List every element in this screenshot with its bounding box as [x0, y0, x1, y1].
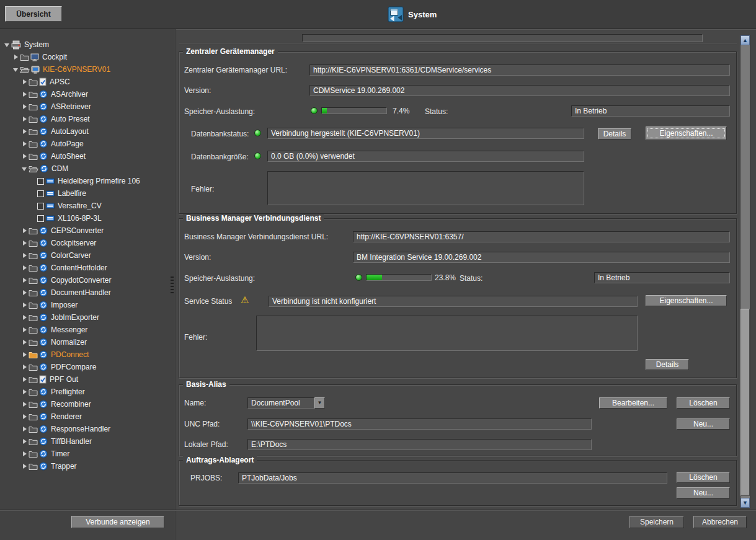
tree-item-xl106-8p-3l[interactable]: XL106-8P-3L [0, 212, 175, 224]
tree-expand-arrow-icon[interactable] [21, 128, 29, 135]
tree-expand-arrow-icon[interactable] [12, 53, 20, 61]
tree-item-normalizer[interactable]: Normalizer [0, 336, 175, 348]
scrollbar-thumb[interactable] [740, 309, 750, 496]
scroll-up-button[interactable]: ▲ [740, 35, 750, 45]
cdm-db-status-field[interactable]: Verbindung hergestellt (KIE-C6VPNSERV01) [267, 128, 584, 139]
device-checkbox[interactable] [37, 215, 44, 222]
tree-expand-arrow-icon[interactable] [21, 252, 29, 259]
tree-item-labelfire[interactable]: Labelfire [0, 187, 175, 200]
cdm-details-button[interactable]: Details [598, 128, 631, 139]
tree-expand-arrow-icon[interactable] [21, 376, 29, 383]
cdm-version-field[interactable]: CDMService 19.00.269.002 [309, 85, 730, 96]
tree-item-cockpitserver[interactable]: Cockpitserver [0, 237, 175, 249]
alias-unc-field[interactable]: \\KIE-C6VPNSERV01\PTDocs [247, 418, 592, 430]
alias-local-field[interactable]: E:\PTDocs [247, 439, 592, 450]
tree-expand-arrow-icon[interactable] [21, 153, 29, 160]
tree-item-asarchiver[interactable]: ASArchiver [0, 88, 175, 100]
tree-item-trapper[interactable]: Trapper [0, 460, 175, 472]
tree-item-copydotconverter[interactable]: CopydotConverter [0, 274, 175, 286]
jobs-delete-button[interactable]: Löschen [677, 472, 730, 483]
tree-item-pdconnect[interactable]: PDConnect [0, 348, 175, 361]
tree-expand-arrow-icon[interactable] [21, 339, 29, 346]
tree-expand-arrow-icon[interactable] [21, 450, 29, 458]
cancel-button[interactable]: Abbrechen [693, 516, 747, 528]
alias-delete-button[interactable]: Löschen [677, 397, 730, 409]
clipped-top-field[interactable] [302, 34, 703, 42]
cdm-url-field[interactable]: http://KIE-C6VPNSERV01:6361/CDMService/s… [309, 64, 730, 76]
cdm-properties-button[interactable]: Eigenschaften... [646, 126, 727, 140]
tree-expand-arrow-icon[interactable] [21, 425, 29, 433]
bm-version-field[interactable]: BM Integration Service 19.00.269.002 [353, 252, 730, 263]
tree-item-auto-preset[interactable]: Auto Preset [0, 113, 175, 125]
tree-item-kie-c6vpnserv01[interactable]: KIE-C6VPNSERV01 [0, 63, 175, 76]
tree-expand-arrow-icon[interactable] [21, 463, 29, 470]
cdm-error-field[interactable] [267, 171, 584, 205]
tree-item-asretriever[interactable]: ASRetriever [0, 100, 175, 113]
vertical-scrollbar[interactable]: ▲ ▼ [740, 35, 750, 508]
prjobs-field[interactable]: PTJobData/Jobs [238, 472, 667, 484]
tree-expand-arrow-icon[interactable] [21, 413, 29, 420]
tree-item-cdm[interactable]: CDM [0, 162, 175, 175]
tree-expand-arrow-icon[interactable] [21, 140, 29, 148]
tree-expand-arrow-icon[interactable] [21, 401, 29, 408]
tree-expand-arrow-icon[interactable] [21, 78, 29, 86]
show-connections-button[interactable]: Verbunde anzeigen [71, 516, 164, 528]
tree-collapse-arrow-icon[interactable] [21, 165, 29, 172]
tree-expand-arrow-icon[interactable] [21, 351, 29, 358]
alias-name-select[interactable]: DocumentPool ▼ [247, 397, 325, 409]
tree-expand-arrow-icon[interactable] [21, 115, 29, 123]
tree-item-heidelberg-primefire-106[interactable]: Heidelberg Primefire 106 [0, 175, 175, 187]
cdm-db-size-field[interactable]: 0.0 GB (0.0%) verwendet [267, 151, 584, 162]
scroll-down-button[interactable]: ▼ [740, 498, 750, 508]
tree-item-preflighter[interactable]: Preflighter [0, 386, 175, 398]
tree-item-imposer[interactable]: Imposer [0, 299, 175, 311]
tree-expand-arrow-icon[interactable] [21, 289, 29, 296]
alias-edit-button[interactable]: Bearbeiten... [599, 397, 667, 409]
tree-item-recombiner[interactable]: Recombiner [0, 398, 175, 410]
tree-item-messenger[interactable]: Messenger [0, 324, 175, 336]
tree-item-responsehandler[interactable]: ResponseHandler [0, 423, 175, 435]
bm-service-status-field[interactable]: Verbindung ist nicht konfiguriert [269, 296, 638, 307]
tree-item-cepsconverter[interactable]: CEPSConverter [0, 224, 175, 237]
bm-properties-button[interactable]: Eigenschaften... [646, 295, 727, 306]
tree-item-timer[interactable]: Timer [0, 448, 175, 460]
tree-item-autolayout[interactable]: AutoLayout [0, 125, 175, 138]
tree-expand-arrow-icon[interactable] [21, 314, 29, 321]
tree-expand-arrow-icon[interactable] [21, 239, 29, 247]
tree-expand-arrow-icon[interactable] [21, 227, 29, 234]
tree-expand-arrow-icon[interactable] [21, 301, 29, 309]
save-button[interactable]: Speichern [629, 516, 684, 528]
tree-item-cockpit[interactable]: Cockpit [0, 51, 175, 63]
sidebar-splitter-handle[interactable] [171, 277, 174, 295]
tree-expand-arrow-icon[interactable] [21, 388, 29, 396]
tree-collapse-arrow-icon[interactable] [4, 41, 11, 48]
cdm-status-field[interactable]: In Betrieb [571, 105, 730, 117]
bm-error-field[interactable] [256, 316, 638, 351]
tree-expand-arrow-icon[interactable] [21, 91, 29, 98]
bm-url-field[interactable]: http://KIE-C6VPNSERV01:6357/ [353, 231, 730, 242]
tree-item-ppf-out[interactable]: PPF Out [0, 373, 175, 386]
tree-item-pdfcompare[interactable]: PDFCompare [0, 361, 175, 373]
tree-expand-arrow-icon[interactable] [21, 277, 29, 284]
tree-expand-arrow-icon[interactable] [21, 103, 29, 110]
tree-item-autopage[interactable]: AutoPage [0, 138, 175, 150]
device-checkbox[interactable] [37, 178, 44, 185]
tree-item-contenthotfolder[interactable]: ContentHotfolder [0, 262, 175, 274]
tree-expand-arrow-icon[interactable] [21, 363, 29, 371]
alias-new-button[interactable]: Neu... [677, 418, 730, 430]
tree-item-apsc[interactable]: APSC [0, 76, 175, 88]
bm-details-button[interactable]: Details [646, 359, 689, 370]
device-checkbox[interactable] [37, 203, 44, 210]
overview-button[interactable]: Übersicht [5, 6, 62, 22]
bm-status-field[interactable]: In Betrieb [594, 272, 730, 283]
tree-item-renderer[interactable]: Renderer [0, 410, 175, 423]
tree-collapse-arrow-icon[interactable] [12, 66, 20, 73]
tree-expand-arrow-icon[interactable] [21, 438, 29, 445]
dropdown-arrow-icon[interactable]: ▼ [314, 397, 325, 409]
tree-expand-arrow-icon[interactable] [21, 326, 29, 334]
tree-expand-arrow-icon[interactable] [21, 264, 29, 272]
tree-item-tiffbhandler[interactable]: TiffBHandler [0, 435, 175, 448]
tree-item-autosheet[interactable]: AutoSheet [0, 150, 175, 162]
tree-item-documenthandler[interactable]: DocumentHandler [0, 286, 175, 299]
tree-item-system[interactable]: System [0, 38, 175, 51]
